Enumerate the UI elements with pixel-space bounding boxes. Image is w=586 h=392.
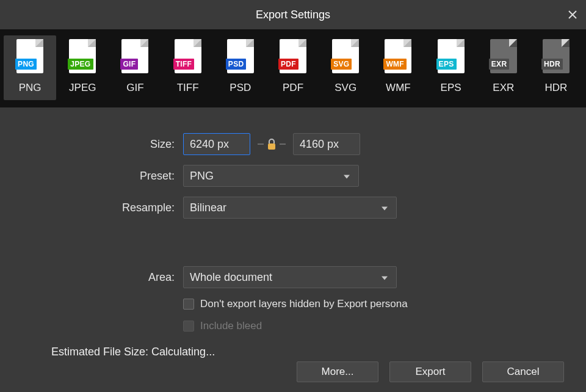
label-preset: Preset: — [24, 170, 183, 183]
format-tab-wmf[interactable]: WMFWMF — [372, 35, 424, 100]
format-tab-tiff[interactable]: TIFFTIFF — [162, 35, 214, 100]
format-tab-eps[interactable]: EPSEPS — [425, 35, 477, 100]
label-area: Area: — [24, 271, 183, 284]
row-include-bleed: Include bleed — [24, 320, 562, 338]
area-select[interactable]: Whole document — [183, 266, 397, 288]
format-label: PNG — [19, 82, 42, 94]
lock-icon — [266, 137, 277, 151]
estimated-value: Calculating... — [151, 346, 215, 358]
format-tab-exr[interactable]: EXREXR — [477, 35, 530, 100]
checkbox-box — [183, 321, 194, 332]
close-button[interactable] — [568, 10, 577, 20]
row-preset: Preset: PNG — [24, 165, 562, 187]
chevron-down-icon — [382, 277, 388, 280]
preset-select[interactable]: PNG — [183, 165, 359, 187]
file-badge: EXR — [489, 59, 510, 70]
file-badge: PNG — [15, 59, 37, 70]
format-tab-jpeg[interactable]: JPEGJPEG — [56, 35, 109, 100]
file-icon-tiff: TIFF — [175, 39, 201, 73]
row-dont-export: Don't export layers hidden by Export per… — [24, 298, 562, 316]
file-icon-gif: GIF — [121, 39, 148, 73]
file-icon-png: PNG — [16, 39, 43, 73]
dialog-footer: More... Export Cancel — [297, 361, 564, 382]
file-icon-exr: EXR — [490, 39, 517, 73]
resample-select[interactable]: Bilinear — [183, 197, 397, 219]
chevron-down-icon — [344, 175, 350, 179]
close-icon — [568, 10, 577, 20]
checkbox-label: Don't export layers hidden by Export per… — [200, 298, 408, 310]
file-icon-pdf: PDF — [280, 39, 306, 73]
format-tab-png[interactable]: PNGPNG — [4, 35, 56, 100]
size-width-input[interactable] — [183, 133, 250, 155]
format-tab-psd[interactable]: PSDPSD — [214, 35, 267, 100]
label-size: Size: — [24, 138, 183, 151]
aspect-lock[interactable] — [258, 137, 286, 151]
label-resample: Resample: — [24, 201, 183, 214]
file-badge: GIF — [120, 59, 138, 70]
estimated-file-size: Estimated File Size: Calculating... — [24, 346, 562, 358]
export-button[interactable]: Export — [389, 361, 471, 382]
svg-rect-0 — [268, 143, 275, 150]
row-size: Size: — [24, 133, 562, 155]
file-icon-wmf: WMF — [385, 39, 411, 73]
dialog-title: Export Settings — [256, 9, 330, 21]
file-icon-jpeg: JPEG — [69, 39, 96, 73]
resample-value: Bilinear — [190, 201, 226, 214]
file-badge: PDF — [278, 59, 298, 70]
file-icon-svg: SVG — [332, 39, 359, 73]
chevron-down-icon — [382, 207, 388, 211]
format-tab-svg[interactable]: SVGSVG — [319, 35, 372, 100]
size-height-input[interactable] — [293, 133, 360, 155]
title-bar: Export Settings — [0, 0, 586, 29]
file-icon-eps: EPS — [438, 39, 465, 73]
checkbox-box[interactable] — [183, 299, 194, 310]
file-badge: WMF — [383, 59, 407, 70]
estimated-label: Estimated File Size: — [51, 346, 148, 358]
format-label: TIFF — [177, 82, 199, 94]
area-value: Whole document — [190, 271, 272, 284]
format-label: EXR — [493, 82, 514, 94]
row-resample: Resample: Bilinear — [24, 197, 562, 219]
format-label: WMF — [386, 82, 411, 94]
format-tabs: PNGPNGJPEGJPEGGIFGIFTIFFTIFFPSDPSDPDFPDF… — [0, 29, 586, 107]
file-badge: EPS — [436, 59, 457, 70]
format-label: JPEG — [69, 82, 96, 94]
format-label: EPS — [441, 82, 461, 94]
checkbox-label: Include bleed — [200, 320, 262, 332]
format-label: PSD — [230, 82, 251, 94]
settings-body: Size: Preset: — [0, 107, 586, 373]
file-badge: JPEG — [68, 59, 93, 70]
checkbox-include-bleed: Include bleed — [183, 320, 562, 332]
format-label: GIF — [126, 82, 143, 94]
checkbox-dont-export-hidden[interactable]: Don't export layers hidden by Export per… — [183, 298, 562, 310]
row-area: Area: Whole document — [24, 266, 562, 288]
preset-value: PNG — [190, 170, 214, 183]
format-label: PDF — [283, 82, 303, 94]
more-button[interactable]: More... — [297, 361, 378, 382]
format-tab-pdf[interactable]: PDFPDF — [267, 35, 319, 100]
format-tab-hdr[interactable]: HDRHDR — [530, 35, 582, 100]
file-badge: HDR — [541, 59, 563, 70]
file-icon-psd: PSD — [227, 39, 254, 73]
cancel-button[interactable]: Cancel — [482, 361, 564, 382]
file-badge: PSD — [226, 59, 247, 70]
format-label: HDR — [545, 82, 568, 94]
file-icon-hdr: HDR — [543, 39, 570, 73]
format-tab-gif[interactable]: GIFGIF — [109, 35, 161, 100]
format-label: SVG — [335, 82, 356, 94]
file-badge: TIFF — [173, 59, 195, 70]
file-badge: SVG — [331, 59, 352, 70]
